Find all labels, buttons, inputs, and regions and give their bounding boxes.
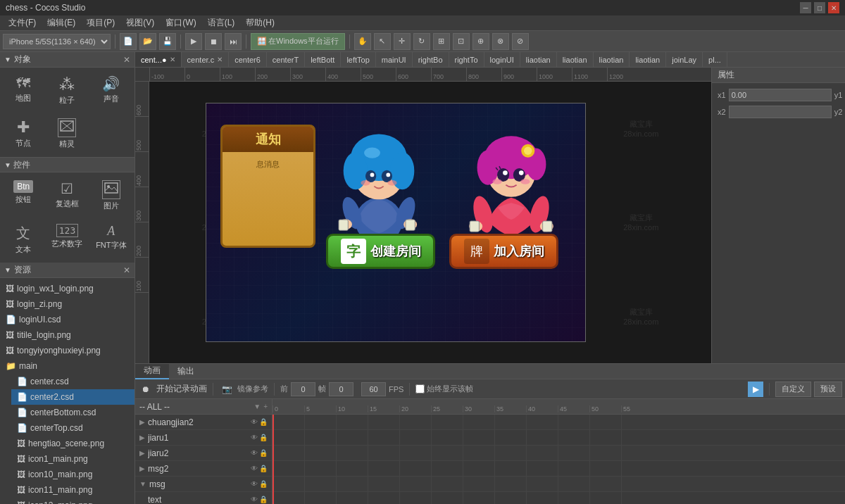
resources-close[interactable]: ✕ (123, 265, 130, 275)
track-jiaru2-lock[interactable]: 🔒 (259, 449, 268, 457)
res-login-zi[interactable]: 🖼 login_zi.png (0, 296, 134, 312)
close-button[interactable]: ✕ (828, 2, 839, 13)
tab-liaotian3[interactable]: liaotian (594, 52, 630, 68)
res-folder-main-header[interactable]: 📁 main (0, 358, 134, 374)
device-select[interactable]: iPhone 5/5S(1136 × 640) (3, 34, 111, 49)
tl-cell-t-7[interactable] (494, 492, 526, 504)
tl-cell-m-9[interactable] (558, 477, 589, 491)
ctrl-image[interactable]: 图片 (91, 175, 132, 216)
tl-record-icon[interactable]: ⏺ (138, 382, 154, 397)
tl-cell-t-6[interactable] (463, 492, 494, 504)
tl-cell-m2-2[interactable] (336, 461, 368, 476)
tl-cell-j2-8[interactable] (526, 446, 558, 460)
tl-cell-t-0[interactable] (273, 492, 304, 504)
tl-cell-m2-6[interactable] (463, 461, 494, 476)
res-centerbot[interactable]: 📄 centerBottom.csd (11, 405, 134, 420)
tl-cell-j2-4[interactable] (399, 446, 431, 460)
tab-center6[interactable]: center6 (229, 52, 267, 68)
tl-cell-m-10[interactable] (589, 477, 621, 491)
menu-window[interactable]: 窗口(W) (160, 15, 201, 30)
minimize-button[interactable]: ─ (800, 2, 811, 13)
tl-cell-t-8[interactable] (526, 492, 558, 504)
tl-cell-c2-0[interactable] (273, 415, 304, 429)
tab-liaotian4[interactable]: liaotian (630, 52, 666, 68)
tl-cell-c2-5[interactable] (431, 415, 463, 429)
tl-cell-m2-10[interactable] (589, 461, 621, 476)
track-chuangjian2-eye[interactable]: 👁 (251, 418, 258, 426)
tl-cell-j1-11[interactable] (621, 430, 653, 445)
res-center2-csd[interactable]: 📄 center2.csd (11, 389, 134, 405)
tb-new-btn[interactable]: 📄 (120, 33, 137, 50)
res-icon1[interactable]: 🖼 icon1_main.png (11, 451, 134, 467)
track-jiaru1-expand[interactable]: ▶ (139, 434, 145, 441)
tl-cell-c2-3[interactable] (368, 415, 399, 429)
tl-cell-m2-3[interactable] (368, 461, 399, 476)
tl-cell-t-11[interactable] (621, 492, 653, 504)
tab-centerT[interactable]: centerT (267, 52, 305, 68)
tab-center-c[interactable]: center.c ✕ (182, 52, 230, 68)
tl-cell-j1-8[interactable] (526, 430, 558, 445)
tl-cell-m2-7[interactable] (494, 461, 526, 476)
tl-cell-c2-6[interactable] (463, 415, 494, 429)
track-msg-eye[interactable]: 👁 (251, 480, 258, 488)
tl-custom-btn[interactable]: 自定义 (775, 382, 811, 397)
ctrl-fnt[interactable]: A FNT字体 (91, 219, 132, 260)
tl-cell-j1-4[interactable] (399, 430, 431, 445)
tl-cell-m2-11[interactable] (621, 461, 653, 476)
tl-play-button[interactable]: ▶ (748, 382, 763, 397)
res-loginui[interactable]: 📄 loginUI.csd (0, 312, 134, 327)
tl-cell-m-5[interactable] (431, 477, 463, 491)
tl-cell-j1-7[interactable] (494, 430, 526, 445)
resources-collapse-arrow[interactable]: ▼ (4, 266, 11, 274)
tl-cell-m-8[interactable] (526, 477, 558, 491)
tl-cell-t-2[interactable] (336, 492, 368, 504)
tb-tool8[interactable]: ⊘ (512, 33, 529, 50)
tl-cell-j2-6[interactable] (463, 446, 494, 460)
track-jiaru1-lock[interactable]: 🔒 (259, 434, 268, 441)
tl-always-show-checkbox[interactable] (415, 384, 425, 393)
tab-leftTop[interactable]: leftTop (341, 52, 375, 68)
tl-cell-c2-9[interactable] (558, 415, 589, 429)
tb-select-tool[interactable]: ↖ (374, 33, 391, 50)
tl-cell-t-4[interactable] (399, 492, 431, 504)
res-hengtiao[interactable]: 🖼 hengtiao_scene.png (11, 436, 134, 451)
tl-cell-m-0[interactable] (273, 477, 304, 491)
tl-cell-m2-0[interactable] (273, 461, 304, 476)
tl-cell-j1-5[interactable] (431, 430, 463, 445)
obj-node[interactable]: ✚ 节点 (3, 113, 44, 154)
tb-rotate-tool[interactable]: ↻ (413, 33, 430, 50)
tl-cell-m-1[interactable] (304, 477, 336, 491)
tb-tool6[interactable]: ⊕ (472, 33, 489, 50)
menu-view[interactable]: 视图(V) (120, 15, 160, 30)
tl-fps-val[interactable] (361, 382, 386, 396)
tab-rightBo[interactable]: rightBo (413, 52, 449, 68)
tab-leftBott[interactable]: leftBott (305, 52, 341, 68)
prop-x1-input[interactable] (729, 89, 832, 101)
tl-tab-output[interactable]: 输出 (169, 364, 203, 379)
btn-create-room[interactable]: 字 创建房间 (326, 234, 435, 269)
tl-cell-c2-11[interactable] (621, 415, 653, 429)
obj-sprite[interactable]: 精灵 (46, 113, 87, 154)
track-msg-expand[interactable]: ▼ (139, 480, 146, 488)
tab-liaotian1[interactable]: liaotian (520, 52, 557, 68)
tl-cell-m-6[interactable] (463, 477, 494, 491)
tl-cell-j2-11[interactable] (621, 446, 653, 460)
tl-cell-j2-7[interactable] (494, 446, 526, 460)
track-msg2-eye[interactable]: 👁 (251, 465, 258, 472)
all-add-icon[interactable]: + (263, 403, 268, 410)
tl-camera-icon[interactable]: 📷 (219, 382, 234, 397)
tl-cell-j1-0[interactable] (273, 430, 304, 445)
track-msg2-lock[interactable]: 🔒 (259, 465, 268, 472)
tl-cell-j2-5[interactable] (431, 446, 463, 460)
tl-cell-j2-3[interactable] (368, 446, 399, 460)
tl-cell-c2-7[interactable] (494, 415, 526, 429)
tl-cell-m2-9[interactable] (558, 461, 589, 476)
tl-cell-j2-9[interactable] (558, 446, 589, 460)
menu-project[interactable]: 项目(P) (81, 15, 120, 30)
tl-cell-j2-0[interactable] (273, 446, 304, 460)
track-jiaru2-eye[interactable]: 👁 (251, 449, 258, 457)
track-text-lock[interactable]: 🔒 (259, 496, 268, 503)
tl-before-val[interactable] (291, 382, 315, 396)
ctrl-text[interactable]: 文 文本 (3, 219, 44, 260)
tl-cell-m-11[interactable] (621, 477, 653, 491)
